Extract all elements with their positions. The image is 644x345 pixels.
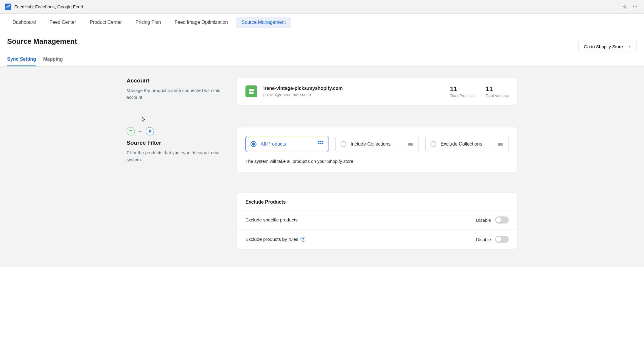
source-filter-description: Filter the products that your want to sy…	[127, 149, 228, 163]
app-title: FeedHub: Facebook, Google Feed	[14, 4, 83, 9]
subtab-mapping[interactable]: Mapping	[43, 57, 63, 66]
total-variants-value: 11	[486, 85, 509, 93]
svg-point-2	[636, 6, 637, 7]
goto-shopify-store-button[interactable]: Go to Shopify Store →	[578, 41, 637, 52]
nav-item-feed-center[interactable]: Feed Center	[44, 17, 81, 28]
total-products-value: 11	[450, 85, 475, 93]
exclude-specific-products-row: Exclude specific products Disable	[237, 210, 517, 230]
exclude-row-state: Disable	[476, 218, 491, 223]
nav-item-product-center[interactable]: Product Center	[84, 17, 127, 28]
total-products-stat: 11 Total Products	[450, 85, 475, 98]
nav-item-feed-image-optimization[interactable]: Feed Image Optimization	[169, 17, 233, 28]
svg-rect-6	[318, 143, 320, 144]
account-section-intro: Account Manage the product source connec…	[127, 77, 237, 105]
subtabs: Sync Setting Mapping	[0, 52, 644, 67]
exclude-products-heading: Exclude Products	[237, 193, 517, 210]
shopify-source-icon	[127, 127, 135, 135]
total-variants-label: Total Variants	[486, 93, 509, 98]
filter-option-include-collections[interactable]: Include Collections	[335, 136, 419, 152]
filter-option-exclude-collections[interactable]: Exclude Collections	[425, 136, 509, 152]
filter-option-label: Include Collections	[351, 141, 407, 147]
radio-icon	[251, 141, 256, 147]
exclude-by-rules-toggle[interactable]	[495, 236, 509, 243]
content-area: Account Manage the product source connec…	[0, 67, 644, 267]
account-domain: irene-vintage-picks.myshopify.com	[263, 86, 450, 91]
filter-option-label: All Products	[261, 141, 317, 147]
svg-rect-7	[320, 143, 321, 144]
total-products-label: Total Products	[450, 93, 475, 98]
svg-rect-3	[318, 141, 320, 142]
goto-button-label: Go to Shopify Store	[584, 44, 623, 49]
page-header: Source Management Go to Shopify Store →	[0, 31, 644, 52]
filter-card: All Products Include Collections	[237, 127, 517, 172]
exclude-products-card: Exclude Products Exclude specific produc…	[237, 193, 517, 249]
shopify-icon	[245, 85, 257, 97]
svg-point-1	[635, 6, 636, 7]
nav-item-pricing-plan[interactable]: Pricing Plan	[130, 17, 166, 28]
exclude-specific-toggle[interactable]	[495, 216, 509, 224]
pin-icon[interactable]	[621, 3, 629, 11]
source-filter-intro: → Source Filter Filter the products that…	[127, 127, 237, 249]
stat-divider	[480, 85, 480, 98]
subtab-sync-setting[interactable]: Sync Setting	[7, 57, 36, 66]
exclude-row-label-text: Exclude products by rules	[245, 237, 298, 242]
account-heading: Account	[127, 77, 228, 84]
nav-item-source-management[interactable]: Source Management	[236, 17, 291, 28]
exclude-row-state: Disable	[476, 237, 491, 242]
page-title: Source Management	[7, 37, 77, 46]
exclude-row-label: Exclude products by rules ?	[245, 237, 476, 242]
grid-icon	[317, 140, 324, 148]
feedhub-target-icon	[146, 127, 154, 135]
account-card: irene-vintage-picks.myshopify.com growth…	[237, 77, 517, 105]
box-in-icon	[407, 140, 414, 148]
main-nav: Dashboard Feed Center Product Center Pri…	[0, 14, 644, 31]
exclude-by-rules-row: Exclude products by rules ? Disable	[237, 230, 517, 249]
exclude-row-label-text: Exclude specific products	[245, 217, 298, 223]
arrow-right-icon: →	[626, 44, 631, 49]
radio-icon	[340, 141, 346, 147]
account-email: growth@onecommerce.io	[263, 92, 450, 97]
app-bar: FeedHub: Facebook, Google Feed	[0, 0, 644, 14]
app-logo-icon	[5, 4, 11, 10]
sync-arrow-icon: →	[138, 129, 143, 134]
account-description: Manage the product source connected with…	[127, 87, 228, 101]
help-icon[interactable]: ?	[301, 237, 305, 242]
more-icon[interactable]	[631, 3, 639, 11]
radio-icon	[430, 141, 436, 147]
svg-rect-4	[320, 141, 321, 142]
exclude-row-label: Exclude specific products	[245, 217, 476, 223]
filter-selected-description: The system will take all products on you…	[245, 159, 509, 164]
filter-option-all-products[interactable]: All Products	[245, 136, 329, 152]
svg-rect-8	[322, 143, 323, 144]
box-out-icon	[497, 140, 504, 148]
svg-rect-5	[322, 141, 323, 142]
filter-option-label: Exclude Collections	[441, 141, 497, 147]
source-filter-heading: Source Filter	[127, 140, 228, 146]
nav-item-dashboard[interactable]: Dashboard	[7, 17, 41, 28]
svg-point-0	[633, 6, 634, 7]
total-variants-stat: 11 Total Variants	[486, 85, 509, 98]
